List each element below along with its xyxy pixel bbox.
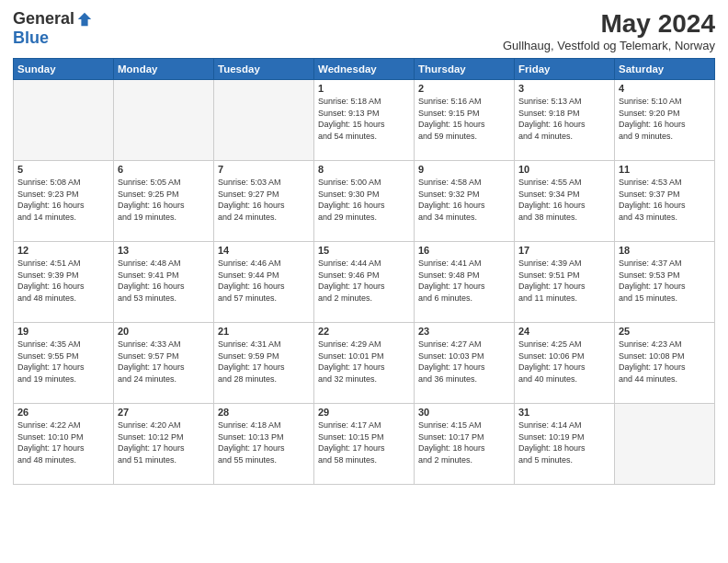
col-sunday: Sunday [14, 59, 114, 80]
location: Gullhaug, Vestfold og Telemark, Norway [503, 39, 715, 52]
calendar-table: Sunday Monday Tuesday Wednesday Thursday… [13, 58, 715, 485]
table-row: 17Sunrise: 4:39 AM Sunset: 9:51 PM Dayli… [515, 242, 615, 323]
day-number: 23 [418, 326, 510, 337]
day-number: 1 [318, 83, 410, 94]
cell-content: Sunrise: 4:53 AM Sunset: 9:37 PM Dayligh… [619, 177, 711, 223]
cell-content: Sunrise: 4:17 AM Sunset: 10:15 PM Daylig… [318, 419, 410, 465]
col-thursday: Thursday [415, 59, 515, 80]
col-saturday: Saturday [615, 59, 715, 80]
table-row: 31Sunrise: 4:14 AM Sunset: 10:19 PM Dayl… [515, 404, 615, 485]
table-row: 26Sunrise: 4:22 AM Sunset: 10:10 PM Dayl… [14, 404, 114, 485]
table-row: 29Sunrise: 4:17 AM Sunset: 10:15 PM Dayl… [314, 404, 415, 485]
table-row: 10Sunrise: 4:55 AM Sunset: 9:34 PM Dayli… [515, 161, 615, 242]
cell-content: Sunrise: 4:29 AM Sunset: 10:01 PM Daylig… [318, 339, 410, 385]
logo-icon [76, 11, 93, 28]
cell-content: Sunrise: 4:33 AM Sunset: 9:57 PM Dayligh… [118, 339, 210, 385]
cell-content: Sunrise: 4:55 AM Sunset: 9:34 PM Dayligh… [518, 177, 610, 223]
cell-content: Sunrise: 4:22 AM Sunset: 10:10 PM Daylig… [17, 419, 109, 465]
calendar-week-row: 1Sunrise: 5:18 AM Sunset: 9:13 PM Daylig… [14, 80, 715, 161]
cell-content: Sunrise: 5:05 AM Sunset: 9:25 PM Dayligh… [118, 177, 210, 223]
calendar-header-row: Sunday Monday Tuesday Wednesday Thursday… [14, 59, 715, 80]
table-row: 3Sunrise: 5:13 AM Sunset: 9:18 PM Daylig… [515, 80, 615, 161]
day-number: 10 [518, 164, 610, 175]
header: General Blue May 2024 Gullhaug, Vestfold… [13, 9, 715, 52]
day-number: 9 [418, 164, 510, 175]
table-row: 11Sunrise: 4:53 AM Sunset: 9:37 PM Dayli… [615, 161, 715, 242]
logo-general-text: General [13, 9, 74, 29]
table-row: 9Sunrise: 4:58 AM Sunset: 9:32 PM Daylig… [415, 161, 515, 242]
cell-content: Sunrise: 4:27 AM Sunset: 10:03 PM Daylig… [418, 339, 510, 385]
day-number: 29 [318, 407, 410, 418]
table-row: 23Sunrise: 4:27 AM Sunset: 10:03 PM Dayl… [415, 323, 515, 404]
day-number: 16 [418, 245, 510, 256]
day-number: 4 [619, 83, 711, 94]
table-row: 13Sunrise: 4:48 AM Sunset: 9:41 PM Dayli… [114, 242, 214, 323]
day-number: 19 [17, 326, 109, 337]
cell-content: Sunrise: 5:16 AM Sunset: 9:15 PM Dayligh… [418, 96, 510, 142]
calendar-week-row: 12Sunrise: 4:51 AM Sunset: 9:39 PM Dayli… [14, 242, 715, 323]
cell-content: Sunrise: 4:37 AM Sunset: 9:53 PM Dayligh… [619, 258, 711, 304]
table-row: 15Sunrise: 4:44 AM Sunset: 9:46 PM Dayli… [314, 242, 415, 323]
table-row: 21Sunrise: 4:31 AM Sunset: 9:59 PM Dayli… [214, 323, 314, 404]
day-number: 27 [118, 407, 210, 418]
day-number: 31 [518, 407, 610, 418]
day-number: 3 [518, 83, 610, 94]
table-row: 5Sunrise: 5:08 AM Sunset: 9:23 PM Daylig… [14, 161, 114, 242]
day-number: 15 [318, 245, 410, 256]
calendar-week-row: 5Sunrise: 5:08 AM Sunset: 9:23 PM Daylig… [14, 161, 715, 242]
day-number: 20 [118, 326, 210, 337]
table-row [114, 80, 214, 161]
day-number: 28 [218, 407, 310, 418]
logo: General Blue [13, 9, 93, 48]
table-row: 14Sunrise: 4:46 AM Sunset: 9:44 PM Dayli… [214, 242, 314, 323]
day-number: 25 [619, 326, 711, 337]
table-row: 4Sunrise: 5:10 AM Sunset: 9:20 PM Daylig… [615, 80, 715, 161]
col-tuesday: Tuesday [214, 59, 314, 80]
day-number: 22 [318, 326, 410, 337]
cell-content: Sunrise: 4:58 AM Sunset: 9:32 PM Dayligh… [418, 177, 510, 223]
day-number: 11 [619, 164, 711, 175]
table-row: 12Sunrise: 4:51 AM Sunset: 9:39 PM Dayli… [14, 242, 114, 323]
table-row: 16Sunrise: 4:41 AM Sunset: 9:48 PM Dayli… [415, 242, 515, 323]
cell-content: Sunrise: 4:23 AM Sunset: 10:08 PM Daylig… [619, 339, 711, 385]
cell-content: Sunrise: 4:15 AM Sunset: 10:17 PM Daylig… [418, 419, 510, 465]
cell-content: Sunrise: 4:35 AM Sunset: 9:55 PM Dayligh… [17, 339, 109, 385]
table-row: 7Sunrise: 5:03 AM Sunset: 9:27 PM Daylig… [214, 161, 314, 242]
day-number: 21 [218, 326, 310, 337]
cell-content: Sunrise: 4:44 AM Sunset: 9:46 PM Dayligh… [318, 258, 410, 304]
cell-content: Sunrise: 4:20 AM Sunset: 10:12 PM Daylig… [118, 419, 210, 465]
table-row [615, 404, 715, 485]
cell-content: Sunrise: 5:10 AM Sunset: 9:20 PM Dayligh… [619, 96, 711, 142]
day-number: 30 [418, 407, 510, 418]
day-number: 6 [118, 164, 210, 175]
cell-content: Sunrise: 4:31 AM Sunset: 9:59 PM Dayligh… [218, 339, 310, 385]
page: General Blue May 2024 Gullhaug, Vestfold… [0, 0, 728, 563]
table-row: 24Sunrise: 4:25 AM Sunset: 10:06 PM Dayl… [515, 323, 615, 404]
month-year: May 2024 [503, 9, 715, 39]
title-block: May 2024 Gullhaug, Vestfold og Telemark,… [503, 9, 715, 52]
table-row: 20Sunrise: 4:33 AM Sunset: 9:57 PM Dayli… [114, 323, 214, 404]
col-monday: Monday [114, 59, 214, 80]
cell-content: Sunrise: 5:18 AM Sunset: 9:13 PM Dayligh… [318, 96, 410, 142]
calendar-week-row: 19Sunrise: 4:35 AM Sunset: 9:55 PM Dayli… [14, 323, 715, 404]
table-row: 28Sunrise: 4:18 AM Sunset: 10:13 PM Dayl… [214, 404, 314, 485]
table-row: 18Sunrise: 4:37 AM Sunset: 9:53 PM Dayli… [615, 242, 715, 323]
table-row: 30Sunrise: 4:15 AM Sunset: 10:17 PM Dayl… [415, 404, 515, 485]
cell-content: Sunrise: 5:00 AM Sunset: 9:30 PM Dayligh… [318, 177, 410, 223]
day-number: 24 [518, 326, 610, 337]
cell-content: Sunrise: 4:14 AM Sunset: 10:19 PM Daylig… [518, 419, 610, 465]
table-row: 19Sunrise: 4:35 AM Sunset: 9:55 PM Dayli… [14, 323, 114, 404]
cell-content: Sunrise: 5:08 AM Sunset: 9:23 PM Dayligh… [17, 177, 109, 223]
table-row: 2Sunrise: 5:16 AM Sunset: 9:15 PM Daylig… [415, 80, 515, 161]
table-row: 22Sunrise: 4:29 AM Sunset: 10:01 PM Dayl… [314, 323, 415, 404]
table-row: 8Sunrise: 5:00 AM Sunset: 9:30 PM Daylig… [314, 161, 415, 242]
cell-content: Sunrise: 5:03 AM Sunset: 9:27 PM Dayligh… [218, 177, 310, 223]
cell-content: Sunrise: 4:39 AM Sunset: 9:51 PM Dayligh… [518, 258, 610, 304]
cell-content: Sunrise: 5:13 AM Sunset: 9:18 PM Dayligh… [518, 96, 610, 142]
day-number: 12 [17, 245, 109, 256]
calendar-week-row: 26Sunrise: 4:22 AM Sunset: 10:10 PM Dayl… [14, 404, 715, 485]
cell-content: Sunrise: 4:41 AM Sunset: 9:48 PM Dayligh… [418, 258, 510, 304]
day-number: 5 [17, 164, 109, 175]
svg-marker-0 [78, 12, 91, 25]
day-number: 18 [619, 245, 711, 256]
